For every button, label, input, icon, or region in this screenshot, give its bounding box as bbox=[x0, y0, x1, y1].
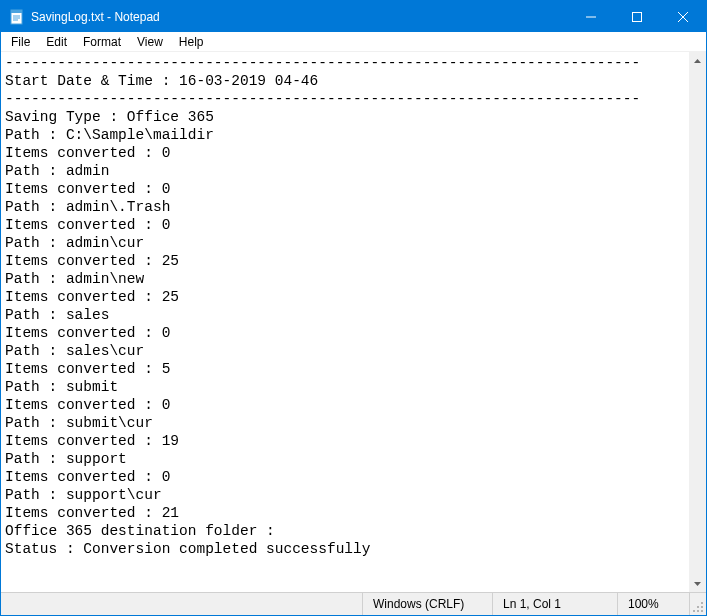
menu-help[interactable]: Help bbox=[171, 33, 212, 51]
svg-rect-1 bbox=[11, 10, 22, 13]
scroll-up-button[interactable] bbox=[689, 52, 706, 69]
status-encoding: Windows (CRLF) bbox=[362, 593, 492, 615]
status-zoom: 100% bbox=[617, 593, 689, 615]
menu-edit[interactable]: Edit bbox=[38, 33, 75, 51]
status-spacer bbox=[1, 593, 362, 615]
scroll-track[interactable] bbox=[689, 69, 706, 575]
menu-bar: File Edit Format View Help bbox=[1, 32, 706, 52]
svg-point-11 bbox=[701, 602, 703, 604]
svg-marker-9 bbox=[694, 59, 701, 63]
menu-view[interactable]: View bbox=[129, 33, 171, 51]
scroll-down-button[interactable] bbox=[689, 575, 706, 592]
text-area[interactable]: ----------------------------------------… bbox=[1, 52, 689, 592]
vertical-scrollbar[interactable] bbox=[689, 52, 706, 592]
svg-point-16 bbox=[701, 610, 703, 612]
status-bar: Windows (CRLF) Ln 1, Col 1 100% bbox=[1, 592, 706, 615]
resize-grip-icon[interactable] bbox=[689, 593, 706, 615]
menu-file[interactable]: File bbox=[3, 33, 38, 51]
close-button[interactable] bbox=[660, 1, 706, 32]
svg-point-12 bbox=[697, 606, 699, 608]
svg-marker-10 bbox=[694, 582, 701, 586]
notepad-icon bbox=[9, 9, 25, 25]
title-bar[interactable]: SavingLog.txt - Notepad bbox=[1, 1, 706, 32]
menu-format[interactable]: Format bbox=[75, 33, 129, 51]
svg-point-15 bbox=[697, 610, 699, 612]
maximize-button[interactable] bbox=[614, 1, 660, 32]
svg-rect-6 bbox=[633, 12, 642, 21]
svg-point-14 bbox=[693, 610, 695, 612]
status-position: Ln 1, Col 1 bbox=[492, 593, 617, 615]
window-title: SavingLog.txt - Notepad bbox=[31, 10, 160, 24]
minimize-button[interactable] bbox=[568, 1, 614, 32]
svg-point-13 bbox=[701, 606, 703, 608]
